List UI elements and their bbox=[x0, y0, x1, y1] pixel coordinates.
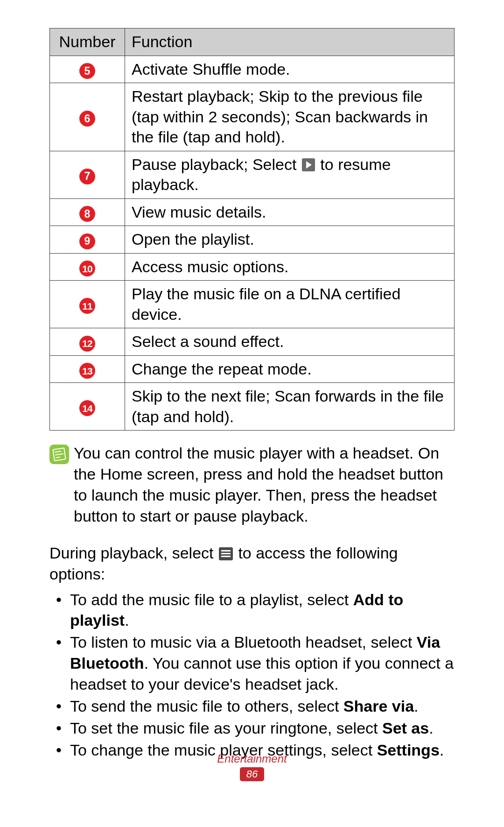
table-row: 8 View music details. bbox=[50, 198, 455, 226]
note-block: You can control the music player with a … bbox=[49, 443, 455, 527]
number-badge-9-icon: 9 bbox=[79, 233, 95, 249]
function-text: Open the playlist. bbox=[125, 226, 455, 254]
menu-icon bbox=[219, 547, 233, 560]
play-icon bbox=[302, 158, 315, 171]
number-badge-8-icon: 8 bbox=[79, 206, 95, 222]
number-badge-6-icon: 6 bbox=[79, 111, 95, 127]
table-row: 10 Access music options. bbox=[50, 253, 455, 281]
list-item: To listen to music via a Bluetooth heads… bbox=[68, 632, 455, 695]
list-item: To add the music file to a playlist, sel… bbox=[68, 589, 455, 631]
th-number: Number bbox=[50, 28, 125, 56]
number-badge-5-icon: 5 bbox=[79, 63, 95, 79]
page-footer: Entertainment 86 bbox=[0, 752, 504, 781]
function-text: Activate Shuffle mode. bbox=[125, 56, 455, 83]
table-row: 9 Open the playlist. bbox=[50, 226, 455, 254]
function-text: View music details. bbox=[125, 198, 455, 226]
options-intro: During playback, select to access the fo… bbox=[49, 543, 455, 585]
list-item: To set the music file as your ringtone, … bbox=[68, 718, 455, 739]
number-badge-13-icon: 13 bbox=[79, 363, 95, 379]
number-badge-7-icon: 7 bbox=[79, 169, 95, 184]
table-row: 12 Select a sound effect. bbox=[50, 328, 455, 356]
th-function: Function bbox=[125, 28, 455, 56]
page-number: 86 bbox=[240, 767, 264, 781]
table-row: 5 Activate Shuffle mode. bbox=[50, 56, 455, 83]
number-badge-12-icon: 12 bbox=[79, 336, 95, 352]
footer-section: Entertainment bbox=[0, 752, 504, 765]
options-list: To add the music file to a playlist, sel… bbox=[49, 589, 455, 761]
number-badge-10-icon: 10 bbox=[79, 261, 95, 276]
function-text: Select a sound effect. bbox=[125, 328, 455, 356]
function-text: Skip to the next file; Scan forwards in … bbox=[125, 383, 455, 431]
table-row: 14 Skip to the next file; Scan forwards … bbox=[50, 383, 455, 431]
note-icon bbox=[49, 445, 69, 464]
function-text: Change the repeat mode. bbox=[125, 355, 455, 383]
number-badge-14-icon: 14 bbox=[79, 400, 95, 416]
table-row: 6 Restart playback; Skip to the previous… bbox=[50, 83, 455, 151]
number-badge-11-icon: 11 bbox=[79, 298, 95, 314]
function-text: Restart playback; Skip to the previous f… bbox=[125, 83, 455, 151]
table-row: 13 Change the repeat mode. bbox=[50, 355, 455, 383]
function-text: Access music options. bbox=[125, 253, 455, 281]
function-text: Pause playback; Select to resume playbac… bbox=[125, 151, 455, 198]
function-table: Number Function 5 Activate Shuffle mode.… bbox=[49, 28, 455, 431]
note-text: You can control the music player with a … bbox=[74, 443, 455, 527]
table-row: 11 Play the music file on a DLNA certifi… bbox=[50, 281, 455, 328]
table-row: 7 Pause playback; Select to resume playb… bbox=[50, 151, 455, 198]
function-text: Play the music file on a DLNA certified … bbox=[125, 281, 455, 328]
list-item: To send the music file to others, select… bbox=[68, 696, 455, 717]
